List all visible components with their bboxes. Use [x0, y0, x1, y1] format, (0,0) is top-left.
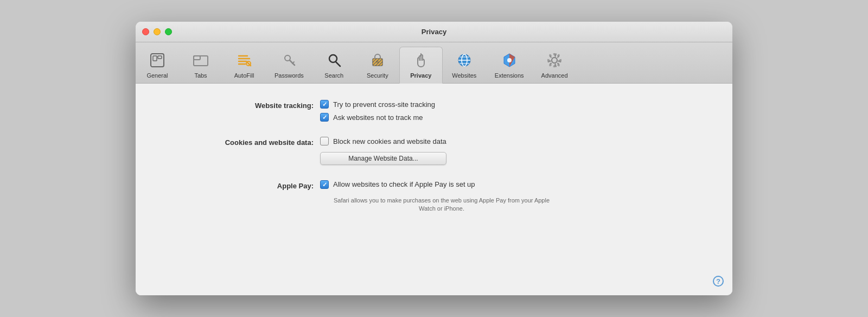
tab-passwords[interactable]: Passwords — [266, 47, 312, 83]
allow-apple-pay-checkbox[interactable] — [320, 180, 329, 189]
search-icon — [324, 50, 344, 70]
window-title: Privacy — [422, 28, 446, 36]
website-tracking-section: Website tracking: Try to prevent cross-s… — [157, 100, 711, 122]
toolbar: General Tabs — [136, 42, 732, 84]
svg-rect-18 — [373, 59, 382, 66]
content-area: Website tracking: Try to prevent cross-s… — [136, 84, 732, 295]
svg-point-31 — [552, 58, 557, 63]
title-bar: Privacy — [136, 22, 732, 42]
tab-privacy-label: Privacy — [410, 72, 431, 79]
tab-privacy[interactable]: Privacy — [399, 47, 443, 84]
allow-apple-pay-text: Allow websites to check if Apple Pay is … — [333, 180, 475, 188]
apple-pay-label: Apple Pay: — [157, 180, 320, 191]
block-cookies-row: Block new cookies and website data — [320, 137, 446, 145]
svg-line-12 — [292, 62, 294, 64]
apple-pay-description: Safari allows you to make purchases on t… — [333, 196, 550, 213]
autofill-icon — [234, 50, 254, 70]
maximize-button[interactable] — [165, 28, 172, 35]
preferences-window: Privacy General Tabs — [136, 22, 732, 295]
general-icon — [148, 50, 167, 70]
tab-websites[interactable]: Websites — [443, 47, 486, 83]
traffic-lights — [142, 28, 172, 35]
svg-line-14 — [336, 62, 340, 67]
advanced-icon — [545, 50, 564, 70]
extensions-icon — [500, 50, 519, 70]
tab-passwords-label: Passwords — [275, 72, 304, 79]
tab-general-label: General — [146, 72, 168, 79]
passwords-icon — [279, 50, 299, 70]
website-tracking-controls: Try to prevent cross-site tracking Ask w… — [320, 100, 435, 122]
prevent-cross-site-row: Try to prevent cross-site tracking — [320, 100, 435, 109]
security-icon — [368, 50, 387, 70]
tab-autofill-label: AutoFill — [234, 72, 254, 79]
tab-extensions-label: Extensions — [495, 72, 524, 79]
svg-point-13 — [329, 55, 337, 62]
tab-search-label: Search — [324, 72, 343, 79]
tab-advanced-label: Advanced — [541, 72, 568, 79]
tab-search[interactable]: Search — [312, 47, 356, 83]
tab-autofill[interactable]: AutoFill — [222, 47, 266, 83]
ask-not-track-row: Ask websites not to track me — [320, 113, 435, 122]
cookies-label: Cookies and website data: — [157, 137, 320, 148]
svg-point-29 — [507, 58, 512, 62]
tab-advanced[interactable]: Advanced — [533, 47, 577, 83]
prevent-cross-site-label: Try to prevent cross-site tracking — [333, 100, 435, 109]
website-tracking-label: Website tracking: — [157, 100, 320, 111]
privacy-icon — [411, 50, 431, 70]
help-button[interactable]: ? — [713, 276, 724, 287]
prevent-cross-site-checkbox[interactable] — [320, 100, 329, 109]
tab-websites-label: Websites — [452, 72, 476, 79]
allow-apple-pay-row: Allow websites to check if Apple Pay is … — [320, 180, 550, 189]
ask-not-track-label: Ask websites not to track me — [333, 113, 423, 122]
apple-pay-section: Apple Pay: Allow websites to check if Ap… — [157, 180, 711, 213]
tab-tabs-label: Tabs — [194, 72, 207, 79]
tab-tabs[interactable]: Tabs — [179, 47, 222, 83]
apple-pay-controls: Allow websites to check if Apple Pay is … — [320, 180, 550, 213]
tab-extensions[interactable]: Extensions — [486, 47, 533, 83]
ask-not-track-checkbox[interactable] — [320, 113, 329, 122]
tab-general[interactable]: General — [136, 47, 179, 83]
block-cookies-checkbox[interactable] — [320, 137, 329, 145]
block-cookies-label: Block new cookies and website data — [333, 137, 446, 145]
svg-rect-2 — [158, 56, 162, 59]
svg-rect-1 — [153, 56, 157, 61]
websites-icon — [455, 50, 474, 70]
tab-security[interactable]: Security — [356, 47, 399, 83]
cookies-controls: Block new cookies and website data Manag… — [320, 137, 446, 165]
svg-rect-3 — [194, 56, 200, 60]
tabs-icon — [191, 50, 210, 70]
close-button[interactable] — [142, 28, 149, 35]
cookies-section: Cookies and website data: Block new cook… — [157, 137, 711, 165]
tab-security-label: Security — [367, 72, 388, 79]
minimize-button[interactable] — [154, 28, 161, 35]
manage-website-data-button[interactable]: Manage Website Data... — [320, 152, 446, 165]
